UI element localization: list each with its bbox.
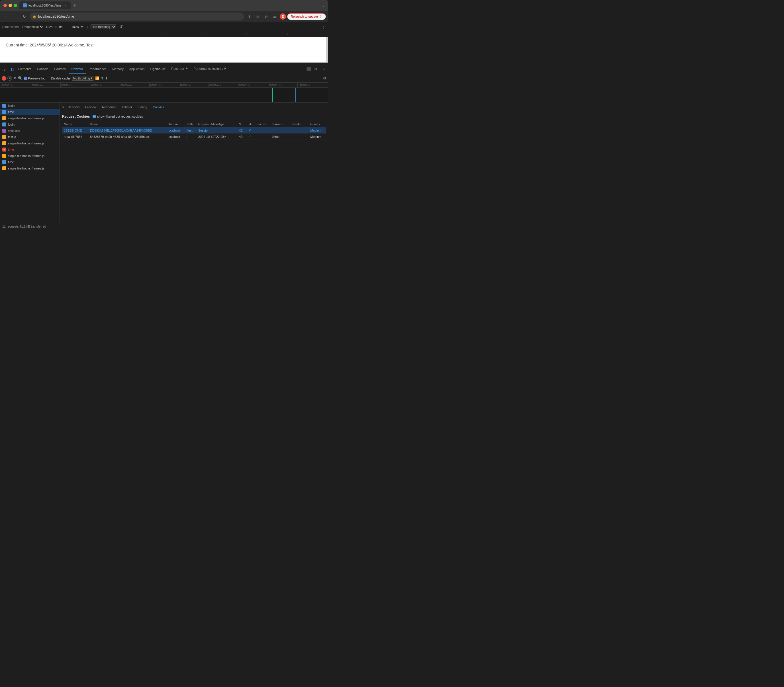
tab-title: localhost:8080/test/time <box>28 4 62 7</box>
col-header-samesite[interactable]: SameS... <box>271 121 290 127</box>
tab-close-button[interactable]: × <box>63 3 67 7</box>
tab-cookies[interactable]: Cookies <box>151 102 167 112</box>
list-item[interactable]: time <box>0 109 59 115</box>
col-header-domain[interactable]: Domain <box>166 121 185 127</box>
close-window-button[interactable] <box>3 4 7 7</box>
cookie-samesite <box>271 127 290 133</box>
preserve-log-checkbox[interactable]: ✓ Preserve log <box>24 77 46 80</box>
devtools-icon-button[interactable]: ◧ <box>8 66 15 72</box>
wifi-icon: 📶 <box>95 76 99 81</box>
tabs-dropdown-button[interactable]: ⌄ <box>322 3 325 7</box>
record-button[interactable] <box>2 76 6 81</box>
download-button[interactable]: ⬇ <box>105 76 108 81</box>
col-header-expires[interactable]: Expires / Max-Age <box>197 121 237 127</box>
timeline-tick: 40000 ms <box>90 82 120 87</box>
list-item[interactable]: test.js <box>0 134 59 140</box>
nav-bar: ← → ↻ 🔒 localhost:8080/test/time ⬆ ☆ ⊕ ▭… <box>0 11 328 22</box>
tab-headers[interactable]: Headers <box>66 102 82 112</box>
minimize-window-button[interactable] <box>8 4 12 7</box>
timeline-ruler: 10000 ms 20000 ms 30000 ms 40000 ms 5000… <box>0 82 328 88</box>
maximize-window-button[interactable] <box>14 4 17 7</box>
request-js-icon <box>2 154 6 158</box>
share-button[interactable]: ⬆ <box>246 13 253 20</box>
tab-response[interactable]: Response <box>100 102 118 112</box>
col-header-size[interactable]: S... <box>237 121 247 127</box>
tab-application[interactable]: Application <box>127 64 148 74</box>
zoom-dropdown[interactable]: 100% <box>71 25 84 29</box>
throttle-select[interactable]: No throttling ▾ <box>72 76 94 81</box>
list-item[interactable]: style.css <box>0 128 59 134</box>
profile-button[interactable]: E <box>280 13 286 20</box>
tab-recorder[interactable]: Recorder ⚑ <box>168 64 191 74</box>
request-js-icon <box>2 141 6 145</box>
search-button[interactable]: 🔍 <box>18 76 23 81</box>
bookmark-button[interactable]: ☆ <box>254 13 261 20</box>
request-err-icon: × <box>2 148 6 151</box>
table-row[interactable]: JSESSIONID DD892A884B12F908D1ACAEAA248AC… <box>62 127 326 133</box>
col-header-secure[interactable]: Secure <box>255 121 271 127</box>
devtools-close-button[interactable]: × <box>320 66 327 72</box>
network-toolbar: ⊘ ▼ 🔍 ✓ Preserve log Disable cache No th… <box>0 74 328 82</box>
network-settings-button[interactable]: ⚙ <box>323 76 327 81</box>
tab-performance[interactable]: Performance <box>86 64 109 74</box>
timeline-tick: 30000 ms <box>61 82 90 87</box>
col-header-priority[interactable]: Priority <box>309 121 326 127</box>
tab-elements[interactable]: Elements <box>15 64 34 74</box>
list-item[interactable]: single-file-hooks-frames.js <box>0 115 59 121</box>
tab-preview-label: Preview <box>85 105 96 109</box>
ruler-mark <box>287 33 328 35</box>
forward-button[interactable]: → <box>12 13 19 20</box>
devtools-expand-button[interactable]: ⋮ <box>1 66 8 72</box>
relaunch-button[interactable]: Relaunch to update ⋮ <box>287 13 326 20</box>
timeline-tick: 10000 ms <box>1 82 31 87</box>
tab-console[interactable]: Console <box>34 64 51 74</box>
disable-cache-checkbox[interactable]: Disable cache <box>47 77 71 80</box>
filter-button[interactable]: ▼ <box>13 76 17 81</box>
list-item[interactable]: login <box>0 102 59 109</box>
list-item[interactable]: single-file-hooks-frames.js <box>0 140 59 146</box>
col-header-httponly[interactable]: H. <box>247 121 255 127</box>
tab-preview[interactable]: Preview <box>83 102 99 112</box>
detail-close-button[interactable]: × <box>62 105 64 109</box>
page-resize-handle[interactable]: ⋮ <box>326 37 328 62</box>
tab-performance-insights[interactable]: Performance insights ⚑ <box>191 64 230 74</box>
filter-cookies-checkbox[interactable]: ✓ show filtered out request cookies <box>93 115 143 118</box>
preserve-log-check-icon: ✓ <box>24 77 27 80</box>
timeline: 10000 ms 20000 ms 30000 ms 40000 ms 5000… <box>0 82 328 102</box>
tab-memory[interactable]: Memory <box>109 64 127 74</box>
list-item[interactable]: × time <box>0 146 59 153</box>
ruler-mark <box>41 33 82 35</box>
cookie-expires: 2024-10-19T22:28:4... <box>197 133 237 140</box>
cookie-secure <box>255 127 271 133</box>
throttle-dropdown[interactable]: No throttling <box>90 24 116 30</box>
tab-network[interactable]: Network <box>69 64 86 74</box>
table-row[interactable]: Idea-d1f785ff 84328570-ea9b-4635-afba-05… <box>62 133 326 140</box>
list-item[interactable]: single-file-hooks-frames.js <box>0 153 59 159</box>
list-item[interactable]: single-file-hooks-frames.js <box>0 165 59 171</box>
upload-button[interactable]: ⬆ <box>100 76 104 81</box>
tab-initiator[interactable]: Initiator <box>120 102 135 112</box>
refresh-button[interactable]: ↻ <box>21 13 28 20</box>
col-header-value[interactable]: Value <box>88 121 166 127</box>
tab-lighthouse[interactable]: Lighthouse <box>147 64 168 74</box>
dimensions-dropdown[interactable]: Responsive <box>21 25 44 29</box>
tab-timing[interactable]: Timing <box>136 102 150 112</box>
new-tab-button[interactable]: + <box>72 3 78 8</box>
more-options-button[interactable]: ⋮ <box>321 24 326 30</box>
col-header-partition[interactable]: Partitio... <box>290 121 309 127</box>
address-bar[interactable]: 🔒 localhost:8080/test/time <box>30 13 244 20</box>
list-item[interactable]: time <box>0 159 59 165</box>
back-button[interactable]: ← <box>2 13 10 20</box>
cast-button[interactable]: ▭ <box>271 13 279 20</box>
col-header-name[interactable]: Name <box>62 121 88 127</box>
extensions-button[interactable]: ⊕ <box>263 13 270 20</box>
data-transferred: 41.1 kB transferred <box>20 225 46 228</box>
rotate-button[interactable]: ↺ <box>117 23 125 30</box>
devtools-settings-button[interactable]: ⚙ <box>312 66 319 72</box>
tab-sources[interactable]: Sources <box>51 64 68 74</box>
active-tab[interactable]: localhost:8080/test/time × <box>20 2 71 10</box>
list-item[interactable]: login <box>0 121 59 128</box>
cookie-priority: Medium <box>309 127 326 133</box>
clear-button[interactable]: ⊘ <box>7 76 12 81</box>
col-header-path[interactable]: Path <box>185 121 197 127</box>
